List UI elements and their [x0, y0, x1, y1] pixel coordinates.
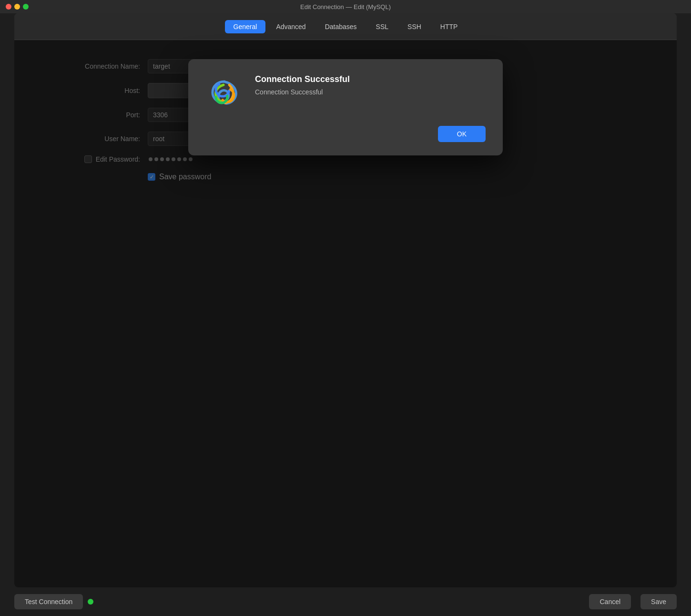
- traffic-lights: [6, 4, 29, 10]
- tab-ssh[interactable]: SSH: [399, 20, 430, 33]
- save-button[interactable]: Save: [640, 594, 677, 609]
- bottom-bar: Test Connection Cancel Save: [0, 587, 691, 616]
- window-title: Edit Connection — Edit (MySQL): [300, 3, 391, 10]
- modal-overlay: Connection Successful Connection Success…: [14, 40, 677, 587]
- tab-general[interactable]: General: [225, 20, 266, 33]
- bottom-right-buttons: Cancel Save: [589, 594, 677, 609]
- modal-body: Connection Successful Connection Success…: [205, 74, 486, 113]
- maximize-button[interactable]: [23, 4, 29, 10]
- modal-subtitle: Connection Successful: [255, 88, 350, 96]
- tab-http[interactable]: HTTP: [432, 20, 467, 33]
- tab-bar: General Advanced Databases SSL SSH HTTP: [14, 13, 677, 40]
- main-panel: General Advanced Databases SSL SSH HTTP …: [14, 13, 677, 587]
- ok-button[interactable]: OK: [438, 126, 486, 142]
- title-bar: Edit Connection — Edit (MySQL): [0, 0, 691, 13]
- connection-status-indicator: [88, 599, 93, 605]
- modal-title: Connection Successful: [255, 74, 350, 84]
- modal-footer: OK: [205, 126, 486, 142]
- cancel-button[interactable]: Cancel: [589, 594, 631, 609]
- close-button[interactable]: [6, 4, 11, 10]
- app-icon: [205, 74, 244, 113]
- modal-text: Connection Successful Connection Success…: [255, 74, 350, 96]
- success-modal: Connection Successful Connection Success…: [188, 59, 503, 155]
- tab-advanced[interactable]: Advanced: [267, 20, 314, 33]
- minimize-button[interactable]: [14, 4, 20, 10]
- test-connection-button[interactable]: Test Connection: [14, 594, 83, 609]
- tab-ssl[interactable]: SSL: [367, 20, 397, 33]
- tab-databases[interactable]: Databases: [316, 20, 366, 33]
